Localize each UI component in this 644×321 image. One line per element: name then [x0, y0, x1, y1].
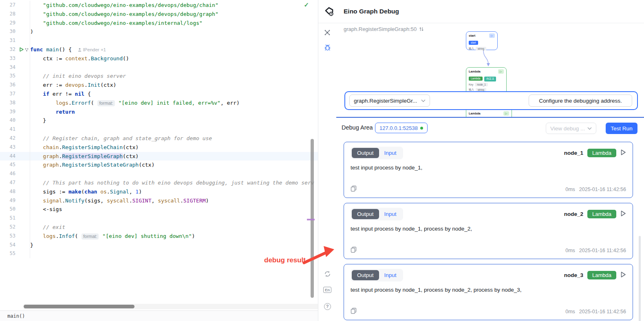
- graph-select-dropdown[interactable]: graph.RegisterSimpleGr...: [349, 95, 430, 107]
- code-line[interactable]: 45 graph.RegisterSimpleStateGraph(ctx): [0, 160, 318, 169]
- code-line[interactable]: 44 graph.RegisterSimpleGraph(ctx): [0, 152, 318, 161]
- line-number[interactable]: 33: [0, 54, 18, 63]
- configure-address-button[interactable]: Configure the debugging address.: [529, 95, 632, 107]
- line-number[interactable]: 37: [0, 90, 18, 99]
- code-line[interactable]: 43 chain.RegisterSimpleChain(ctx): [0, 143, 318, 152]
- line-number[interactable]: 40: [0, 116, 18, 125]
- code-line[interactable]: 28 "github.com/cloudwego/eino-examples/d…: [0, 10, 318, 19]
- code-text: [30, 169, 318, 178]
- tab-output[interactable]: Output: [352, 209, 379, 219]
- code-line[interactable]: 34: [0, 63, 318, 72]
- graph-node-start[interactable]: start ▷ start 输入 string: [466, 31, 498, 50]
- refresh-icon[interactable]: [318, 268, 336, 280]
- tab-input[interactable]: Input: [379, 209, 402, 219]
- line-number[interactable]: 44: [0, 152, 18, 161]
- line-number[interactable]: 46: [0, 169, 18, 178]
- line-number[interactable]: 43: [0, 143, 18, 152]
- code-line[interactable]: 30): [0, 27, 318, 36]
- node-play-icon[interactable]: ▷: [503, 111, 509, 116]
- copy-icon[interactable]: [351, 246, 357, 255]
- code-line[interactable]: 49 signal.Notify(sigs, syscall.SIGINT, s…: [0, 196, 318, 205]
- node-play-icon[interactable]: ▷: [498, 69, 504, 74]
- line-number[interactable]: 29: [0, 19, 18, 28]
- language-toggle-icon[interactable]: En: [318, 284, 336, 296]
- output-input-tabs: OutputInput: [351, 208, 403, 220]
- code-line[interactable]: 54}: [0, 241, 318, 250]
- debug-address-badge[interactable]: 127.0.0.1:52538: [375, 123, 428, 133]
- code-line[interactable]: 41: [0, 125, 318, 134]
- line-number[interactable]: 41: [0, 125, 18, 134]
- code-line[interactable]: 51: [0, 214, 318, 223]
- line-number[interactable]: 51: [0, 214, 18, 223]
- line-number[interactable]: 47: [0, 178, 18, 187]
- code-line[interactable]: 37 if err != nil {: [0, 90, 318, 99]
- line-number[interactable]: 53: [0, 232, 18, 241]
- line-number[interactable]: 42: [0, 134, 18, 143]
- gutter-icons: [18, 152, 30, 161]
- code-line[interactable]: 38 logs.Errorf( format: "[eino dev] init…: [0, 99, 318, 108]
- view-debug-dropdown[interactable]: View debug ...: [546, 123, 596, 134]
- copy-icon[interactable]: [351, 308, 357, 316]
- author-inlay-hint[interactable]: IPender +1: [78, 46, 106, 54]
- node-play-icon[interactable]: ▷: [489, 33, 495, 38]
- code-line[interactable]: 27 "github.com/cloudwego/eino-examples/d…: [0, 1, 318, 10]
- code-line[interactable]: 39 return: [0, 108, 318, 117]
- code-line[interactable]: 55: [0, 249, 318, 258]
- line-number[interactable]: 27: [0, 1, 18, 10]
- line-number[interactable]: 28: [0, 10, 18, 19]
- play-node-icon[interactable]: [620, 271, 626, 279]
- copy-icon[interactable]: [351, 185, 357, 193]
- code-line[interactable]: 29 "github.com/cloudwego/eino-examples/i…: [0, 19, 318, 28]
- code-line[interactable]: 50 <-sigs: [0, 205, 318, 214]
- line-number[interactable]: 38: [0, 99, 18, 108]
- line-number[interactable]: 32: [0, 45, 18, 54]
- line-number[interactable]: 31: [0, 36, 18, 45]
- code-line[interactable]: 31: [0, 36, 318, 45]
- test-run-button[interactable]: Test Run: [606, 123, 637, 134]
- run-main-icon[interactable]: [19, 47, 24, 52]
- tab-input[interactable]: Input: [379, 148, 402, 158]
- debug-area-section: Debug Area 127.0.0.1:52538 View debug ..…: [336, 118, 644, 321]
- breadcrumb[interactable]: main(): [7, 313, 25, 319]
- line-number[interactable]: 45: [0, 160, 18, 169]
- editor-horizontal-scrollbar[interactable]: [24, 304, 318, 309]
- code-line[interactable]: 47 // This part has nothing to do with e…: [0, 178, 318, 187]
- code-line[interactable]: 52 // exit: [0, 223, 318, 232]
- line-number[interactable]: 55: [0, 249, 18, 258]
- line-number[interactable]: 35: [0, 72, 18, 81]
- code-line[interactable]: 42 // Register chain, graph and state_gr…: [0, 134, 318, 143]
- editor-vertical-scrollbar[interactable]: [311, 139, 314, 298]
- code-line[interactable]: 33 ctx := context.Background(): [0, 54, 318, 63]
- line-number[interactable]: 52: [0, 223, 18, 232]
- line-number[interactable]: 34: [0, 63, 18, 72]
- code-line[interactable]: 40 }: [0, 116, 318, 125]
- line-number[interactable]: 30: [0, 27, 18, 36]
- code-token: Notify: [65, 198, 84, 204]
- tab-input[interactable]: Input: [379, 270, 402, 280]
- code-line[interactable]: 48 sigs := make(chan os.Signal, 1): [0, 187, 318, 196]
- play-node-icon[interactable]: [620, 210, 626, 218]
- code-editor[interactable]: 27 "github.com/cloudwego/eino-examples/d…: [0, 0, 318, 321]
- line-number[interactable]: 48: [0, 187, 18, 196]
- graph-location[interactable]: graph.RegisterSimpleGraph:50: [344, 26, 424, 32]
- code-line[interactable]: 53 logs.Infof( format: "[eino dev] shutt…: [0, 232, 318, 241]
- line-number[interactable]: 36: [0, 81, 18, 90]
- code-line[interactable]: 32func main() { IPender +1: [0, 45, 318, 54]
- graph-view-icon[interactable]: [318, 26, 336, 39]
- debug-bug-icon[interactable]: [318, 41, 336, 53]
- tab-output[interactable]: Output: [352, 270, 379, 280]
- help-icon[interactable]: ?: [318, 300, 336, 312]
- usages-icon[interactable]: [24, 48, 29, 52]
- code-token: ): [30, 29, 33, 35]
- line-number[interactable]: 49: [0, 196, 18, 205]
- play-node-icon[interactable]: [620, 149, 626, 157]
- code-line[interactable]: 36 err := devops.Init(ctx): [0, 81, 318, 90]
- code-line[interactable]: 46: [0, 169, 318, 178]
- line-number[interactable]: 39: [0, 108, 18, 117]
- panel-scrollbar[interactable]: [639, 236, 641, 321]
- tab-output[interactable]: Output: [352, 148, 379, 158]
- line-number[interactable]: 54: [0, 241, 18, 250]
- horizontal-scrollbar-thumb[interactable]: [24, 305, 135, 308]
- line-number[interactable]: 50: [0, 205, 18, 214]
- code-line[interactable]: 35 // init eino devops server: [0, 72, 318, 81]
